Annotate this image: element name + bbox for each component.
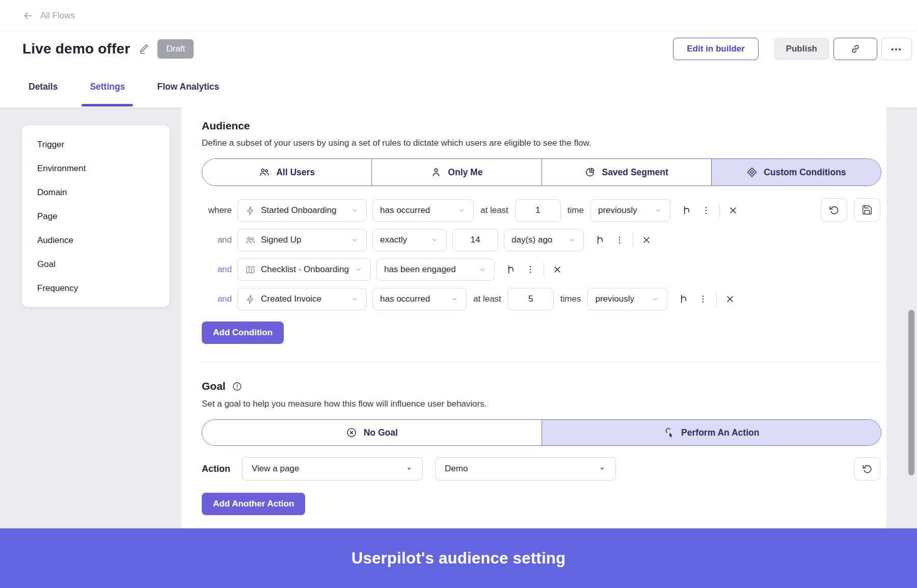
undo-icon <box>861 463 873 474</box>
quantifier-label: at least <box>472 294 502 304</box>
more-options-button[interactable]: ••• <box>881 38 912 60</box>
kebab-menu-icon[interactable] <box>701 205 711 216</box>
condition-row: whereStarted Onboardinghas occurredat le… <box>202 199 881 222</box>
caption-text: Userpilot's audience setting <box>352 549 566 568</box>
timeframe-label: previously <box>598 205 637 216</box>
reset-goal-button[interactable] <box>854 457 880 480</box>
timeframe-select[interactable]: previously <box>587 288 667 310</box>
sidebar-item-audience[interactable]: Audience <box>22 228 170 252</box>
branch-icon[interactable] <box>506 264 517 275</box>
publish-button[interactable]: Publish <box>774 38 829 60</box>
page-title: Live demo offer <box>22 41 130 57</box>
action-type-select[interactable]: View a page <box>242 457 423 480</box>
sidebar-item-goal[interactable]: Goal <box>22 252 170 276</box>
operator-select[interactable]: exactly <box>372 229 447 251</box>
goal-option-perform-an-action[interactable]: Perform An Action <box>542 420 881 445</box>
timeframe-select[interactable]: previously <box>590 199 670 222</box>
lightning-icon <box>245 294 256 305</box>
undo-icon <box>828 204 840 216</box>
event-select[interactable]: Checklist - Onboarding <box>237 258 371 281</box>
save-conditions-button[interactable] <box>854 198 880 222</box>
diamond-icon <box>746 167 758 178</box>
info-icon[interactable] <box>232 381 242 392</box>
sidebar-item-page[interactable]: Page <box>22 204 170 228</box>
sidebar-item-environment[interactable]: Environment <box>22 156 170 180</box>
audience-segment-only-me[interactable]: Only Me <box>371 159 541 185</box>
audience-segment-saved-segment[interactable]: Saved Segment <box>542 159 711 185</box>
chevron-down-icon <box>651 295 660 304</box>
add-condition-button[interactable]: Add Condition <box>202 322 284 344</box>
action-target-select[interactable]: Demo <box>435 457 616 480</box>
goal-heading: Goal <box>202 380 881 392</box>
scrollbar-thumb[interactable] <box>908 310 914 475</box>
audience-segment-all-users[interactable]: All Users <box>202 159 371 185</box>
tap-icon <box>663 427 675 438</box>
branch-icon[interactable] <box>595 234 606 246</box>
sidebar-item-trigger[interactable]: Trigger <box>22 132 170 156</box>
remove-x-icon[interactable] <box>641 235 652 245</box>
segment-label: All Users <box>276 167 315 178</box>
add-another-action-button[interactable]: Add Another Action <box>202 493 305 515</box>
breadcrumb[interactable]: All Flows <box>0 0 917 32</box>
goal-option-no-goal[interactable]: No Goal <box>202 420 542 445</box>
audience-segment-custom-conditions[interactable]: Custom Conditions <box>711 159 881 185</box>
event-label: Created Invoice <box>261 294 321 304</box>
edit-title-button[interactable] <box>138 43 149 55</box>
tab-bar: DetailsSettingsFlow Analytics <box>29 82 219 106</box>
kebab-menu-icon[interactable] <box>614 235 625 245</box>
branch-icon[interactable] <box>679 293 690 305</box>
unit-label: time <box>567 205 585 216</box>
reset-conditions-button[interactable] <box>821 198 847 222</box>
remove-x-icon[interactable] <box>552 264 562 275</box>
userpilot-flow-settings-screen: All Flows Live demo offer Draft Edit in … <box>0 0 917 588</box>
event-select[interactable]: Signed Up <box>237 229 367 251</box>
remove-x-icon[interactable] <box>725 294 735 304</box>
sidebar-item-domain[interactable]: Domain <box>22 180 170 204</box>
condition-connector: where <box>202 205 232 216</box>
action-type-value: View a page <box>252 464 299 474</box>
sidebar-item-frequency[interactable]: Frequency <box>22 276 170 300</box>
goal-description: Set a goal to help you measure how this … <box>202 399 881 409</box>
kebab-menu-icon[interactable] <box>525 264 535 275</box>
branch-icon[interactable] <box>682 205 693 216</box>
chevron-down-icon <box>430 235 439 245</box>
back-arrow-icon[interactable] <box>22 10 34 21</box>
condition-row-actions <box>595 233 652 247</box>
event-select[interactable]: Created Invoice <box>237 288 367 310</box>
kebab-menu-icon[interactable] <box>698 294 708 304</box>
remove-x-icon[interactable] <box>728 205 738 216</box>
audience-section: Audience Define a subset of your users b… <box>202 120 881 344</box>
chevron-down-icon <box>567 235 576 245</box>
link-icon <box>850 43 861 55</box>
operator-select[interactable]: has occurred <box>372 199 474 222</box>
user-icon <box>430 167 442 178</box>
operator-label: has been engaged <box>384 264 456 275</box>
count-input[interactable] <box>452 229 498 251</box>
operator-select[interactable]: has occurred <box>372 288 467 310</box>
operator-select[interactable]: has been engaged <box>376 258 495 281</box>
timeframe-select[interactable]: day(s) ago <box>504 229 584 251</box>
pie-chart-icon <box>584 167 596 178</box>
condition-connector: and <box>202 294 232 304</box>
timeframe-label: previously <box>595 294 634 304</box>
tab-settings[interactable]: Settings <box>90 82 125 106</box>
tab-flow-analytics[interactable]: Flow Analytics <box>157 82 219 106</box>
count-input[interactable] <box>515 199 561 222</box>
settings-panel: Audience Define a subset of your users b… <box>181 108 886 528</box>
event-select[interactable]: Started Onboarding <box>237 199 367 222</box>
back-label[interactable]: All Flows <box>40 11 75 21</box>
operator-label: has occurred <box>380 294 430 304</box>
event-label: Signed Up <box>261 235 301 245</box>
edit-in-builder-button[interactable]: Edit in builder <box>673 38 758 60</box>
condition-row-actions <box>682 204 738 217</box>
count-input[interactable] <box>508 288 554 310</box>
event-label: Checklist - Onboarding <box>261 264 349 275</box>
copy-link-button[interactable] <box>833 38 877 60</box>
unit-label: times <box>559 294 582 304</box>
goal-action-row: Action View a page Demo <box>202 457 881 480</box>
divider <box>544 263 544 276</box>
divider <box>716 292 717 306</box>
condition-row: andChecklist - Onboardinghas been engage… <box>202 258 881 281</box>
circle-x-icon <box>346 427 357 438</box>
tab-details[interactable]: Details <box>29 82 58 106</box>
